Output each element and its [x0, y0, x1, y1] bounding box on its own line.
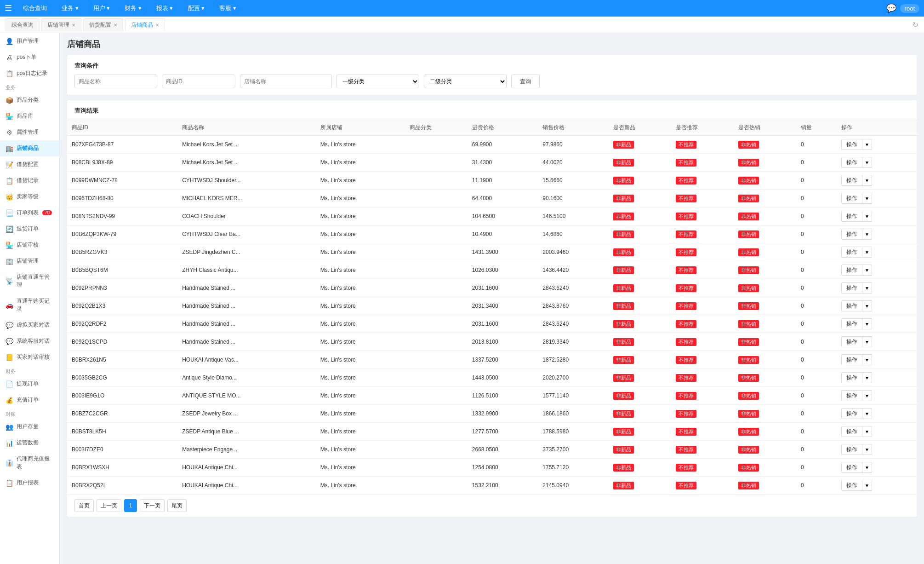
op-arrow-btn[interactable]: ▼ — [862, 193, 872, 204]
op-main-btn[interactable]: 操作 — [841, 354, 862, 365]
sidebar-item-seller-level[interactable]: 👑 卖家等级 — [0, 189, 59, 205]
refresh-icon[interactable]: ↻ — [913, 21, 918, 29]
sidebar-item-store-product[interactable]: 🏬 店铺商品 — [0, 140, 59, 156]
op-main-btn[interactable]: 操作 — [841, 462, 862, 473]
cell-is-new: 非新品 — [609, 297, 671, 315]
sidebar-item-op-data[interactable]: 📊 运营数据 — [0, 435, 59, 451]
product-id-input[interactable] — [162, 75, 235, 88]
sidebar-item-attr-mgmt[interactable]: ⚙ 属性管理 — [0, 124, 59, 140]
tab-store-product[interactable]: 店铺商品 ✕ — [125, 18, 165, 31]
sidebar-item-user-stock[interactable]: 👥 用户存量 — [0, 419, 59, 435]
sidebar-item-category[interactable]: 📦 商品分类 — [0, 92, 59, 108]
sidebar-item-order-list[interactable]: 📃 订单列表 70 — [0, 205, 59, 221]
op-main-btn[interactable]: 操作 — [841, 139, 862, 150]
op-arrow-btn[interactable]: ▼ — [862, 247, 872, 258]
op-main-btn[interactable]: 操作 — [841, 336, 862, 347]
search-button[interactable]: 查询 — [511, 75, 540, 88]
nav-peizhi[interactable]: 配置 ▾ — [184, 4, 209, 12]
op-main-btn[interactable]: 操作 — [841, 247, 862, 258]
op-arrow-btn[interactable]: ▼ — [862, 480, 872, 491]
sidebar-item-product-lib[interactable]: 🏪 商品库 — [0, 108, 59, 124]
nav-baobiao[interactable]: 报表 ▾ — [153, 4, 177, 12]
tab-zonghe[interactable]: 综合查询 — [6, 18, 40, 31]
username-badge[interactable]: root — [900, 4, 919, 13]
op-arrow-btn[interactable]: ▼ — [862, 354, 872, 365]
op-main-btn[interactable]: 操作 — [841, 175, 862, 186]
sidebar-item-agent-report[interactable]: 👔 代理商充值报表 — [0, 451, 59, 475]
op-main-btn[interactable]: 操作 — [841, 300, 862, 311]
op-arrow-btn[interactable]: ▼ — [862, 300, 872, 311]
nav-zonghe[interactable]: 综合查询 — [19, 4, 51, 12]
sidebar-item-user-mgmt[interactable]: 👤 用户管理 — [0, 33, 59, 49]
op-main-btn[interactable]: 操作 — [841, 372, 862, 383]
op-main-btn[interactable]: 操作 — [841, 408, 862, 419]
op-arrow-btn[interactable]: ▼ — [862, 390, 872, 401]
sidebar-item-withdraw[interactable]: 📄 提现订单 — [0, 376, 59, 392]
cat1-select[interactable]: 一级分类 — [337, 75, 419, 88]
sidebar-item-borrow-record[interactable]: 📋 借货记录 — [0, 173, 59, 189]
op-main-btn[interactable]: 操作 — [841, 318, 862, 329]
op-arrow-btn[interactable]: ▼ — [862, 336, 872, 347]
sidebar-item-recharge[interactable]: 💰 充值订单 — [0, 392, 59, 408]
sidebar-item-borrow-config[interactable]: 📝 借货配置 — [0, 156, 59, 173]
sidebar-item-sys-service[interactable]: 💬 系统客服对话 — [0, 333, 59, 349]
sidebar-item-return-order[interactable]: 🔄 退货订单 — [0, 221, 59, 237]
op-arrow-btn[interactable]: ▼ — [862, 229, 872, 240]
sidebar-item-store-review[interactable]: 🏪 店铺审核 — [0, 237, 59, 253]
op-main-btn[interactable]: 操作 — [841, 282, 862, 294]
cell-sale-price: 3735.2700 — [538, 441, 609, 459]
sidebar-item-virtual-buyer[interactable]: 💬 虚拟买家对话 — [0, 317, 59, 333]
op-arrow-btn[interactable]: ▼ — [862, 282, 872, 294]
nav-yonghu[interactable]: 用户 ▾ — [90, 4, 114, 12]
op-arrow-btn[interactable]: ▼ — [862, 426, 872, 437]
op-arrow-btn[interactable]: ▼ — [862, 211, 872, 222]
op-arrow-btn[interactable]: ▼ — [862, 318, 872, 329]
menu-icon[interactable]: ☰ — [5, 3, 12, 13]
nav-caiwu[interactable]: 财务 ▾ — [121, 4, 145, 12]
sidebar-item-user-report[interactable]: 📋 用户报表 — [0, 475, 59, 491]
op-arrow-btn[interactable]: ▼ — [862, 139, 872, 150]
op-arrow-btn[interactable]: ▼ — [862, 265, 872, 276]
op-arrow-btn[interactable]: ▼ — [862, 175, 872, 186]
op-arrow-btn[interactable]: ▼ — [862, 408, 872, 419]
nav-kefu[interactable]: 客服 ▾ — [216, 4, 240, 12]
op-main-btn[interactable]: 操作 — [841, 390, 862, 401]
last-page-btn[interactable]: 尾页 — [167, 499, 187, 512]
tab-close-borrow-config[interactable]: ✕ — [114, 23, 117, 28]
first-page-btn[interactable]: 首页 — [74, 499, 94, 512]
nav-yewu[interactable]: 业务 ▾ — [58, 4, 82, 12]
op-main-btn[interactable]: 操作 — [841, 157, 862, 168]
cell-sale-price: 2843.6240 — [538, 315, 609, 333]
op-main-btn[interactable]: 操作 — [841, 265, 862, 276]
tab-close-store-product[interactable]: ✕ — [155, 23, 159, 28]
cat2-select[interactable]: 二级分类 — [424, 75, 507, 88]
op-arrow-btn[interactable]: ▼ — [862, 372, 872, 383]
tab-borrow-config[interactable]: 借货配置 ✕ — [83, 18, 123, 31]
op-main-btn[interactable]: 操作 — [841, 229, 862, 240]
op-main-btn[interactable]: 操作 — [841, 480, 862, 491]
sidebar-item-pos-log[interactable]: 📋 pos日志记录 — [0, 65, 59, 81]
cell-store: Ms. Lin's store — [316, 261, 405, 279]
product-name-input[interactable] — [74, 75, 157, 88]
sidebar-item-store-mgmt[interactable]: 🏢 店铺管理 — [0, 253, 59, 269]
next-page-btn[interactable]: 下一页 — [140, 499, 165, 512]
page-num-btn[interactable]: 1 — [124, 499, 137, 512]
sidebar-item-direct-buy[interactable]: 🚗 直通车购买记录 — [0, 293, 59, 317]
op-main-btn[interactable]: 操作 — [841, 193, 862, 204]
op-main-btn[interactable]: 操作 — [841, 444, 862, 455]
op-arrow-btn[interactable]: ▼ — [862, 462, 872, 473]
prev-page-btn[interactable]: 上一页 — [97, 499, 121, 512]
log-icon: 📋 — [6, 70, 13, 77]
op-arrow-btn[interactable]: ▼ — [862, 157, 872, 168]
op-main-btn[interactable]: 操作 — [841, 426, 862, 437]
chat-icon[interactable]: 💬 — [886, 3, 896, 13]
col-is-hot: 是否热销 — [734, 120, 796, 136]
tab-close-store-mgmt[interactable]: ✕ — [72, 23, 75, 28]
sidebar-item-store-direct[interactable]: 📡 店铺直通车管理 — [0, 269, 59, 293]
tab-store-mgmt[interactable]: 店铺管理 ✕ — [41, 18, 81, 31]
op-arrow-btn[interactable]: ▼ — [862, 444, 872, 455]
sidebar-item-pos-order[interactable]: 🖨 pos下单 — [0, 49, 59, 65]
op-main-btn[interactable]: 操作 — [841, 211, 862, 222]
store-name-input[interactable] — [240, 75, 332, 88]
sidebar-item-buyer-review[interactable]: 📒 买家对话审核 — [0, 349, 59, 365]
